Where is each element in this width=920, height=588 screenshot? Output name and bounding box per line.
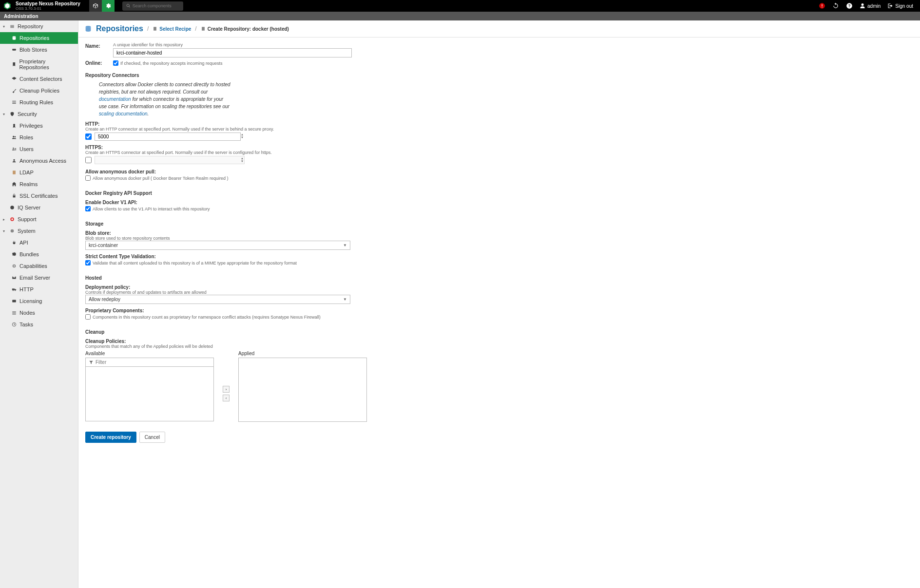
create-repository-button[interactable]: Create repository [85,432,136,443]
search-input[interactable] [133,3,179,8]
alert-icon[interactable] [819,2,825,9]
svg-rect-2 [822,7,822,7]
svg-rect-1 [822,4,822,7]
product-version: OSS 3.70.3-01 [16,7,80,11]
http-spinner[interactable]: ▲▼ [241,133,244,139]
svg-rect-27 [12,313,16,314]
https-checkbox[interactable] [85,157,92,163]
sidebar-group-system[interactable]: ▾System [0,225,78,237]
available-list[interactable] [85,366,214,421]
user-list-icon [12,147,17,152]
storage-heading: Storage [85,221,911,227]
blob-hint: Blob store used to store repository cont… [85,236,911,241]
api-heading: Docker Registry API Support [85,190,911,196]
sidebar-item-bundles[interactable]: Bundles [0,248,78,260]
svg-point-6 [13,36,16,38]
sidebar-item-anon-access[interactable]: Anonymous Access [0,155,78,167]
v1-option: Allow clients to use the V1 API to inter… [93,207,210,211]
sidebar-item-repositories[interactable]: Repositories [0,32,78,44]
name-input[interactable] [113,48,352,57]
sidebar-item-capabilities[interactable]: Capabilities [0,260,78,272]
sidebar-item-ldap[interactable]: LDAP [0,167,78,178]
sidebar-group-repository[interactable]: ▾Repository [0,20,78,32]
database-icon [84,25,92,33]
v1-checkbox[interactable] [85,206,91,211]
svg-rect-22 [12,288,15,290]
prop-checkbox[interactable] [85,314,91,320]
anon-pull-label: Allow anonymous docker pull: [85,169,911,174]
deploy-policy-select[interactable]: Allow redeploy▼ [85,295,350,304]
blob-label: Blob store: [85,230,911,236]
help-icon[interactable]: ? [846,2,853,9]
sidebar-item-proprietary[interactable]: Proprietary Repositories [0,56,78,73]
cube-icon [93,3,98,9]
online-hint: If checked, the repository accepts incom… [120,61,223,66]
svg-rect-7 [12,49,16,50]
online-checkbox[interactable] [113,60,118,66]
scaling-doc-link[interactable]: scaling documentation [99,111,148,116]
sidebar-group-security[interactable]: ▾Security [0,108,78,120]
strict-option: Validate that all content uploaded to th… [93,261,297,266]
user-menu[interactable]: admin [860,3,881,9]
blob-store-select[interactable]: krci-container▼ [85,241,350,250]
deploy-label: Deployment policy: [85,285,911,290]
broom-icon [12,88,17,93]
breadcrumb-current: Create Repository: docker (hosted) [201,26,289,32]
filter-input[interactable] [96,360,211,365]
sidebar-item-iq[interactable]: ▸IQ Server [0,202,78,213]
strict-checkbox[interactable] [85,260,91,266]
svg-point-20 [14,266,15,267]
sidebar-item-tasks[interactable]: Tasks [0,319,78,330]
hosted-heading: Hosted [85,275,911,281]
browse-mode-button[interactable] [89,0,102,12]
documentation-link[interactable]: documentation [99,96,131,102]
book-icon [12,170,17,175]
sidebar-item-roles[interactable]: Roles [0,132,78,143]
sidebar-item-cleanup-policies[interactable]: Cleanup Policies [0,85,78,96]
sidebar-item-blob-stores[interactable]: Blob Stores [0,44,78,56]
sidebar-item-routing-rules[interactable]: Routing Rules [0,96,78,108]
applied-list[interactable] [238,358,367,422]
svg-rect-5 [10,25,14,28]
cleanup-heading: Cleanup [85,329,911,335]
name-label: Name: [85,42,113,57]
sidebar-item-content-selectors[interactable]: Content Selectors [0,73,78,85]
svg-rect-25 [12,300,16,303]
svg-rect-32 [202,27,205,31]
gears-icon [10,228,15,233]
https-spinner: ▲▼ [241,157,244,163]
sidebar-item-api[interactable]: API [0,237,78,248]
sidebar-item-users[interactable]: Users [0,143,78,155]
topbar: Sonatype Nexus Repository OSS 3.70.3-01 … [0,0,920,12]
sidebar-item-ssl[interactable]: SSL Certificates [0,190,78,202]
move-right-button[interactable]: › [223,386,230,393]
sidebar-item-email[interactable]: Email Server [0,272,78,284]
move-left-button[interactable]: ‹ [223,395,230,401]
connectors-info: Connectors allow Docker clients to conne… [99,81,230,117]
sidebar-item-licensing[interactable]: Licensing [0,295,78,307]
admin-mode-button[interactable] [102,0,115,12]
route-icon [12,100,17,105]
sidebar-item-realms[interactable]: Realms [0,178,78,190]
breadcrumb-select-recipe[interactable]: Select Recipe [153,26,191,32]
sidebar-item-http[interactable]: HTTP [0,284,78,295]
filter-wrap[interactable] [85,358,214,367]
refresh-icon[interactable] [832,2,839,9]
building-icon [12,182,17,187]
user-icon [860,3,865,9]
bookmark-icon [12,62,17,67]
sign-out-button[interactable]: Sign out [887,3,913,9]
cancel-button[interactable]: Cancel [139,432,165,443]
http-checkbox[interactable] [85,133,92,140]
sidebar-group-support[interactable]: ▸Support [0,213,78,225]
lock-icon [12,193,17,198]
search-icon [126,3,131,8]
page-title[interactable]: Repositories [96,24,143,33]
sidebar-item-nodes[interactable]: Nodes [0,307,78,319]
http-port-input[interactable] [95,133,241,141]
sidebar-item-privileges[interactable]: Privileges [0,120,78,132]
search-wrap[interactable] [122,1,183,11]
anon-pull-checkbox[interactable] [85,175,91,181]
connectors-heading: Repository Connectors [85,73,911,78]
shield-icon [10,112,15,116]
